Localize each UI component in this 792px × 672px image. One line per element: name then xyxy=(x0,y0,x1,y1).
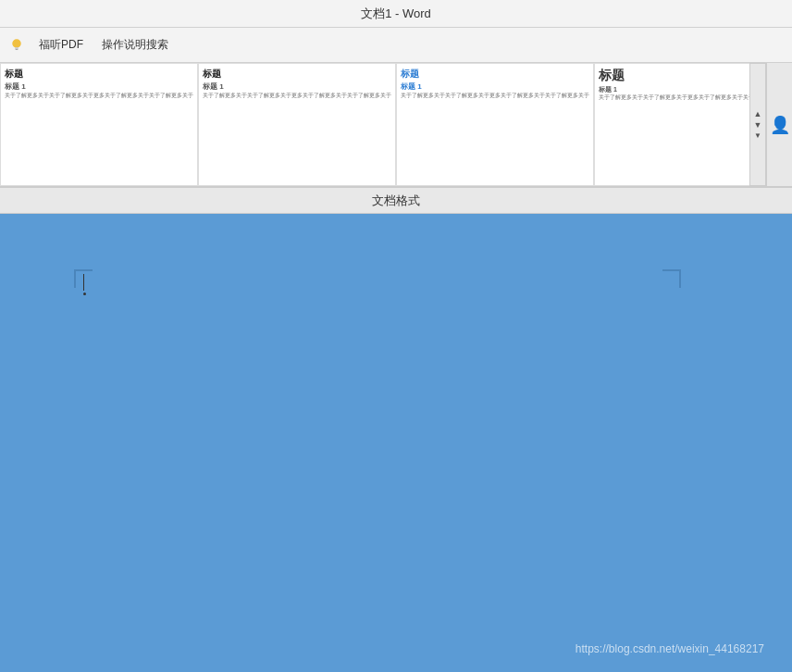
search-instructions-button[interactable]: 操作说明搜索 xyxy=(96,34,174,56)
lightbulb-icon[interactable] xyxy=(7,36,26,55)
title-bar: 文档1 - Word xyxy=(0,0,792,28)
style-item-3[interactable]: 标题 标题 1 关于了解更多关于关于了解更多关于更多关于了解更多关于关于了解更多… xyxy=(396,63,594,186)
doc-format-bar[interactable]: 文档格式 xyxy=(0,188,792,214)
style-item-2[interactable]: 标题 标题 1 关于了解更多关于关于了解更多关于更多关于了解更多关于关于了解更多… xyxy=(198,63,396,186)
style-gallery: 标题 标题 1 关于了解更多关于关于了解更多关于更多关于了解更多关于关于了解更多… xyxy=(0,63,792,188)
scroll-down-icon[interactable]: ▼ xyxy=(754,120,762,130)
watermark-text: https://blog.csdn.net/weixin_44168217 xyxy=(575,642,764,655)
avatar-icon-area[interactable]: 👤 xyxy=(766,63,792,186)
quick-access-toolbar: 福听PDF 操作说明搜索 xyxy=(0,28,792,63)
document-area[interactable]: https://blog.csdn.net/weixin_44168217 xyxy=(0,214,792,672)
scroll-up-icon[interactable]: ▲ xyxy=(754,109,762,118)
style-item-4[interactable]: 标题 标题 1 关于了解更多关于关于了解更多关于更多关于了解更多关于关于了解更多… xyxy=(594,63,749,186)
text-cursor xyxy=(83,274,84,291)
svg-rect-1 xyxy=(15,47,19,49)
style-item-1[interactable]: 标题 标题 1 关于了解更多关于关于了解更多关于更多关于了解更多关于关于了解更多… xyxy=(0,63,198,186)
svg-point-0 xyxy=(13,40,20,47)
cursor-dot xyxy=(83,292,86,295)
avatar-icon: 👤 xyxy=(770,115,790,135)
doc-format-label: 文档格式 xyxy=(372,193,420,209)
svg-rect-2 xyxy=(16,49,19,50)
title-text: 文档1 - Word xyxy=(361,6,431,22)
pdf-button[interactable]: 福听PDF xyxy=(33,34,89,56)
more-styles-icon[interactable]: ▼ xyxy=(754,131,761,140)
corner-mark-tr xyxy=(662,269,681,288)
gallery-scroll-area[interactable]: ▲ ▼ ▼ xyxy=(749,63,766,186)
